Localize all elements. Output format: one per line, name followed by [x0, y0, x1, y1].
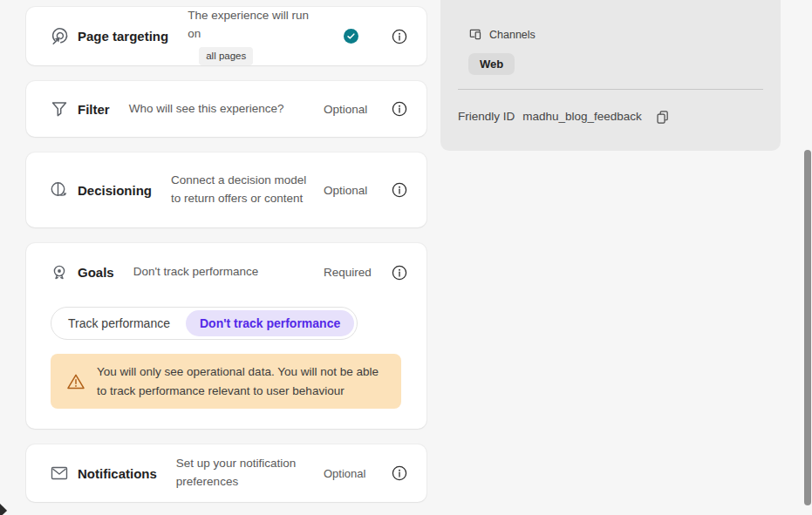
card-decisioning[interactable]: Decisioning Connect a decision model to …	[26, 152, 426, 227]
friendly-id-label: Friendly ID	[458, 110, 515, 123]
decisioning-icon	[49, 180, 70, 200]
card-goals[interactable]: Goals Don't track performance Required T…	[26, 243, 426, 429]
info-icon[interactable]	[392, 182, 407, 198]
warning-icon	[66, 372, 85, 391]
channels-label: Channels	[489, 29, 536, 41]
warning-text: You will only see operational data. You …	[97, 363, 387, 400]
card-notifications[interactable]: Notifications Set up your notification p…	[26, 444, 426, 502]
segment-dont-track-performance[interactable]: Don't track performance	[186, 310, 354, 336]
channels-icon	[468, 27, 483, 42]
info-icon[interactable]	[392, 101, 407, 117]
status-slot	[324, 29, 378, 44]
friendly-id-value: madhu_blog_feedback	[522, 110, 642, 123]
mouse-cursor	[0, 504, 8, 515]
card-title: Goals	[78, 265, 114, 280]
info-icon[interactable]	[392, 465, 407, 481]
card-description: Connect a decision model to return offer…	[171, 172, 324, 208]
divider	[458, 89, 763, 90]
scrollbar-thumb[interactable]	[804, 150, 811, 505]
status-label: Optional	[324, 467, 378, 480]
card-filter[interactable]: Filter Who will see this experience? Opt…	[26, 81, 426, 137]
experience-summary-panel: Channels Web Friendly ID madhu_blog_feed…	[440, 0, 781, 151]
experience-settings-list: Page targeting The experience will run o…	[26, 7, 426, 515]
channels-row: Channels	[468, 27, 781, 42]
card-page-targeting[interactable]: Page targeting The experience will run o…	[26, 7, 426, 65]
card-description: Don't track performance	[133, 263, 324, 281]
card-title: Filter	[78, 102, 110, 117]
card-title: Decisioning	[78, 183, 152, 198]
all-pages-chip: all pages	[199, 47, 253, 66]
complete-check-badge	[344, 29, 358, 44]
card-description: Set up your notification preferences	[176, 455, 324, 491]
card-title: Notifications	[78, 466, 157, 481]
goals-icon	[49, 262, 70, 283]
performance-toggle: Track performance Don't track performanc…	[51, 307, 358, 340]
friendly-id-row: Friendly ID madhu_blog_feedback	[458, 109, 781, 124]
segment-track-performance[interactable]: Track performance	[54, 310, 184, 336]
page: { "colors": { "check_badge": "#0b7d8a", …	[0, 0, 812, 515]
info-icon[interactable]	[392, 265, 407, 281]
card-title: Page targeting	[78, 29, 168, 44]
status-label: Optional	[324, 184, 378, 197]
status-label: Optional	[324, 103, 378, 116]
channel-chip-web: Web	[468, 53, 515, 75]
status-label: Required	[324, 266, 378, 279]
warning-banner: You will only see operational data. You …	[51, 354, 401, 409]
filter-icon	[49, 98, 70, 119]
copy-icon[interactable]	[655, 109, 670, 124]
card-description: The experience will run on all pages	[188, 7, 324, 66]
notifications-icon	[49, 463, 70, 484]
page-targeting-icon	[49, 26, 70, 47]
info-icon[interactable]	[392, 29, 407, 44]
card-description: Who will see this experience?	[129, 100, 324, 119]
